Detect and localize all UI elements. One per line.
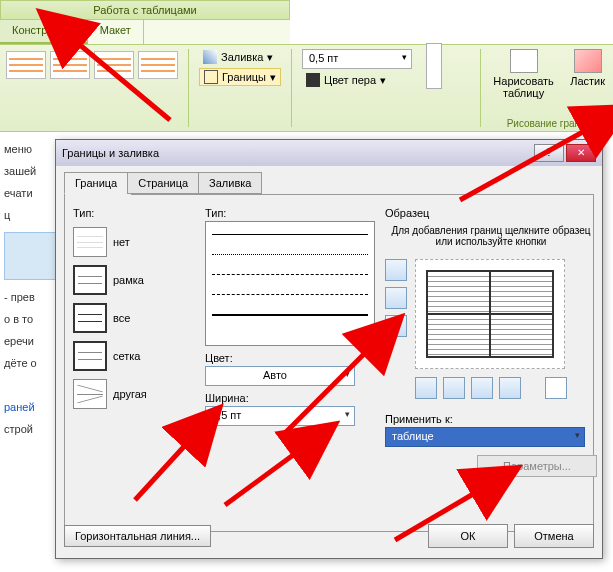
tab-border[interactable]: Граница — [64, 172, 128, 194]
preview-hint: Для добавления границ щелкните образец и… — [385, 225, 597, 247]
table-style-thumb[interactable] — [50, 51, 90, 79]
dialog-pane: Тип: нет рамка все сетка другая — [64, 194, 594, 532]
type-label: Тип: — [73, 207, 193, 219]
border-bottom-button[interactable] — [385, 315, 407, 337]
tab-page[interactable]: Страница — [127, 172, 199, 194]
tab-design[interactable]: Конструктор — [0, 20, 88, 44]
table-style-thumb[interactable] — [138, 51, 178, 79]
dialog-title: Границы и заливка — [62, 147, 532, 159]
shading-label: Заливка — [221, 51, 263, 63]
shading-button[interactable]: Заливка ▾ — [199, 49, 281, 65]
eraser-icon — [574, 49, 602, 73]
setting-all[interactable]: все — [73, 303, 193, 333]
borders-label: Границы — [222, 71, 266, 83]
color-label: Цвет: — [205, 352, 375, 364]
border-left-button[interactable] — [443, 377, 465, 399]
paint-bucket-icon — [203, 50, 217, 64]
pen-color-button[interactable]: Цвет пера ▾ — [302, 72, 470, 88]
table-style-gallery[interactable] — [0, 45, 184, 131]
setting-none[interactable]: нет — [73, 227, 193, 257]
none-icon — [73, 227, 107, 257]
setting-box[interactable]: рамка — [73, 265, 193, 295]
contextual-tab-title: Работа с таблицами — [0, 0, 290, 20]
line-style-option[interactable] — [212, 274, 368, 288]
draw-table-icon — [510, 49, 538, 73]
custom-icon — [73, 379, 107, 409]
ok-button[interactable]: ОК — [428, 524, 508, 548]
width-dropdown[interactable]: 0,5 пт — [205, 406, 355, 426]
apply-to-label: Применить к: — [385, 413, 597, 425]
setting-grid[interactable]: сетка — [73, 341, 193, 371]
borders-icon — [204, 70, 218, 84]
table-style-thumb[interactable] — [94, 51, 134, 79]
preview-label: Образец — [385, 207, 597, 219]
line-style-option[interactable] — [212, 234, 368, 248]
dialog-titlebar[interactable]: Границы и заливка ? ✕ — [56, 140, 602, 166]
line-weight-dropdown[interactable]: 0,5 пт — [302, 49, 412, 69]
preview-box[interactable] — [415, 259, 565, 369]
ribbon-tabs: Конструктор Макет — [0, 20, 290, 44]
box-icon — [73, 265, 107, 295]
border-top-button[interactable] — [385, 259, 407, 281]
dialog-launcher[interactable]: ↘ — [597, 115, 611, 129]
style-label: Тип: — [205, 207, 375, 219]
close-button[interactable]: ✕ — [566, 144, 596, 162]
cancel-button[interactable]: Отмена — [514, 524, 594, 548]
setting-custom[interactable]: другая — [73, 379, 193, 409]
group-draw-borders: 0,5 пт Цвет пера ▾ — [296, 45, 476, 131]
border-diag2-button[interactable] — [545, 377, 567, 399]
border-vmid-button[interactable] — [471, 377, 493, 399]
line-style-option[interactable] — [212, 254, 368, 268]
options-button: Параметры... — [477, 455, 597, 477]
document-background: меню зашей ечати ц - прев о в то еречи д… — [0, 132, 60, 572]
color-dropdown[interactable]: Авто — [205, 366, 355, 386]
borders-button[interactable]: Границы ▾ — [199, 68, 281, 86]
borders-shading-dialog: Границы и заливка ? ✕ Граница Страница З… — [55, 139, 603, 559]
line-style-option[interactable] — [212, 294, 368, 308]
border-diag1-button[interactable] — [415, 377, 437, 399]
eraser-label: Ластик — [570, 75, 605, 87]
draw-table-label: Нарисовать таблицу — [493, 75, 554, 99]
tab-layout[interactable]: Макет — [88, 20, 144, 44]
table-style-thumb[interactable] — [6, 51, 46, 79]
line-style-list[interactable] — [205, 221, 375, 346]
help-button[interactable]: ? — [534, 144, 564, 162]
all-icon — [73, 303, 107, 333]
border-hmid-button[interactable] — [385, 287, 407, 309]
apply-to-dropdown[interactable]: таблице — [385, 427, 585, 447]
ribbon-body: Заливка ▾ Границы ▾ 0,5 пт Цвет пера ▾ Н… — [0, 44, 613, 132]
group-shading-borders: Заливка ▾ Границы ▾ — [193, 45, 287, 131]
line-style-option[interactable] — [212, 314, 368, 328]
pen-icon — [306, 73, 320, 87]
dialog-tabs: Граница Страница Заливка — [64, 172, 594, 194]
border-right-button[interactable] — [499, 377, 521, 399]
group-label: Рисование границ — [485, 118, 613, 129]
horizontal-line-button[interactable]: Горизонтальная линия... — [64, 525, 211, 547]
tab-shading[interactable]: Заливка — [198, 172, 262, 194]
width-label: Ширина: — [205, 392, 375, 404]
grid-icon — [73, 341, 107, 371]
pen-color-label: Цвет пера — [324, 74, 376, 86]
